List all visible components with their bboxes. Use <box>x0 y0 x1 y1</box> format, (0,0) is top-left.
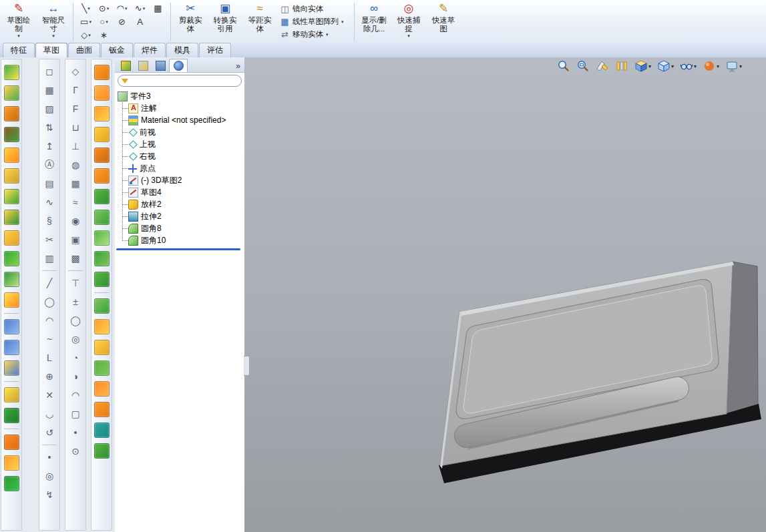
tab-评估[interactable]: 评估 <box>199 43 231 57</box>
tab-焊件[interactable]: 焊件 <box>134 43 166 57</box>
model-viewport[interactable]: ▾▾▾▾▾ <box>244 57 766 532</box>
display-delete-relations-button[interactable]: ∞ 显示/删 除几... <box>357 0 391 33</box>
tool-icon[interactable]: ◯ <box>42 294 57 308</box>
tool-icon[interactable] <box>4 85 19 101</box>
tool-icon[interactable] <box>94 381 110 396</box>
tool-icon[interactable] <box>94 168 110 184</box>
trim-entities-button[interactable]: ✂ 剪裁实 体 <box>173 0 208 33</box>
tree-item-sketch[interactable]: 草图4 <box>124 186 243 198</box>
rapid-sketch-button[interactable]: ✎ 快速草 图 <box>426 0 461 33</box>
tool-icon[interactable] <box>94 340 110 355</box>
sketch-draw-button[interactable]: ✎ 草图绘 制 ▾ <box>1 0 36 38</box>
tool-icon[interactable]: Ⓐ <box>42 158 57 172</box>
tab-草图[interactable]: 草图 <box>35 43 67 57</box>
smart-dimension-button[interactable]: ↔ 智能尺 寸 ▾ <box>36 0 71 38</box>
tool-icon[interactable]: ⇅ <box>42 120 57 134</box>
tool-icon[interactable]: ↥ <box>42 139 57 153</box>
move-entities-item[interactable]: ⇄ 移动实体 ▾ <box>277 28 352 41</box>
tool-icon[interactable]: ⊥ <box>68 139 83 153</box>
tool-icon[interactable]: ↺ <box>42 425 57 439</box>
tool-icon[interactable] <box>4 408 19 423</box>
tool-icon[interactable]: ↯ <box>42 487 57 501</box>
tree-item-extrude[interactable]: 拉伸2 <box>124 210 243 222</box>
tool-icon[interactable]: ▣ <box>68 232 83 246</box>
tool-icon[interactable]: ∿ <box>42 195 57 209</box>
tool-icon[interactable] <box>94 65 110 80</box>
tool-icon[interactable] <box>4 251 19 266</box>
tool-icon[interactable] <box>94 423 110 438</box>
tool-icon[interactable] <box>4 292 19 308</box>
edit-appearance-button[interactable]: ▾ <box>703 59 719 73</box>
tool-icon[interactable]: ◑ <box>68 369 83 383</box>
tool-icon[interactable] <box>94 402 110 417</box>
display-style-button[interactable]: ▾ <box>634 59 651 73</box>
offset-entities-button[interactable]: ≈ 等距实 体 <box>242 0 277 33</box>
tool-icon[interactable]: L <box>42 350 57 364</box>
tool-icon[interactable] <box>4 319 19 334</box>
tool-icon[interactable] <box>4 340 19 355</box>
zoom-to-area-button[interactable] <box>576 59 590 73</box>
tool-icon[interactable]: ◍ <box>68 158 83 172</box>
panel-splitter-handle[interactable] <box>244 356 250 376</box>
tree-item-plane[interactable]: 上视 <box>124 138 243 150</box>
tool-icon[interactable] <box>4 387 19 403</box>
tab-特征[interactable]: 特征 <box>3 43 35 57</box>
tool-icon[interactable]: ▢ <box>68 407 83 421</box>
tree-item-fillet[interactable]: 圆角10 <box>124 234 243 246</box>
propertymanager-tab[interactable] <box>134 59 152 72</box>
tool-icon[interactable] <box>94 251 110 266</box>
tool-icon[interactable] <box>4 360 19 376</box>
mirror-entities-item[interactable]: ◫ 镜向实体 <box>277 3 352 15</box>
featuremanager-tab[interactable] <box>117 59 134 72</box>
tool-icon[interactable]: ▤ <box>42 176 57 190</box>
tool-icon[interactable]: ◠ <box>42 313 57 327</box>
tool-icon[interactable]: ◡ <box>42 407 57 421</box>
tree-item-material[interactable]: Material <not specified> <box>124 114 243 126</box>
tool-icon[interactable] <box>4 455 19 471</box>
tool-icon[interactable] <box>94 210 110 225</box>
tool-icon[interactable] <box>4 189 19 204</box>
tool-icon[interactable]: ≈ <box>68 195 83 209</box>
tool-icon[interactable]: • <box>42 450 57 464</box>
tool-icon[interactable]: ◠ <box>68 388 83 402</box>
sketch-pattern-icon[interactable]: ▦ <box>149 2 167 15</box>
tool-icon[interactable]: ▩ <box>68 251 83 265</box>
conic-icon[interactable]: ⊘ <box>113 15 131 28</box>
tool-icon[interactable]: • <box>68 425 83 439</box>
tree-item-plane[interactable]: 右视 <box>124 150 243 162</box>
tool-icon[interactable]: Γ <box>68 83 83 97</box>
tool-icon[interactable]: ✕ <box>42 388 57 402</box>
apply-scene-button[interactable]: ▾ <box>725 59 742 73</box>
tool-icon[interactable] <box>4 210 19 225</box>
tool-icon[interactable]: ◻ <box>42 64 57 78</box>
hide-show-items-button[interactable]: ▾ <box>680 59 697 73</box>
tool-icon[interactable]: § <box>42 214 57 228</box>
line-icon[interactable]: ╲▾ <box>77 2 95 15</box>
tool-icon[interactable] <box>4 168 19 184</box>
circle-icon[interactable]: ⊙▾ <box>95 2 113 15</box>
view-settings-button[interactable] <box>615 59 628 73</box>
tree-item-origin[interactable]: 原点 <box>124 162 243 174</box>
tool-icon[interactable]: ◎ <box>68 332 83 346</box>
tool-icon[interactable]: ✂ <box>42 232 57 246</box>
tool-icon[interactable]: ▨ <box>42 101 57 115</box>
tool-icon[interactable]: ◔ <box>68 350 83 364</box>
tool-icon[interactable]: ◎ <box>42 469 57 483</box>
tool-icon[interactable]: ⊙ <box>68 444 83 458</box>
tool-icon[interactable] <box>4 65 19 80</box>
text-icon[interactable]: A <box>131 15 149 28</box>
tool-icon[interactable]: ⊕ <box>42 369 57 383</box>
tool-icon[interactable]: ± <box>68 294 83 308</box>
tree-item-loft[interactable]: 放样2 <box>124 198 243 210</box>
tool-icon[interactable]: ~ <box>42 332 57 346</box>
zoom-to-fit-button[interactable] <box>557 59 570 73</box>
tool-icon[interactable]: ╱ <box>42 276 57 290</box>
point-icon[interactable]: ∗ <box>95 29 113 41</box>
ellipse-icon[interactable]: ○▾ <box>95 15 113 28</box>
tool-icon[interactable]: ◉ <box>68 214 83 228</box>
tool-icon[interactable] <box>4 106 19 121</box>
displaymanager-tab[interactable] <box>169 59 188 72</box>
linear-sketch-pattern-item[interactable]: ▦ 线性草图阵列 ▾ <box>277 15 352 28</box>
tool-icon[interactable] <box>4 127 19 142</box>
tool-icon[interactable]: ⊔ <box>68 120 83 134</box>
